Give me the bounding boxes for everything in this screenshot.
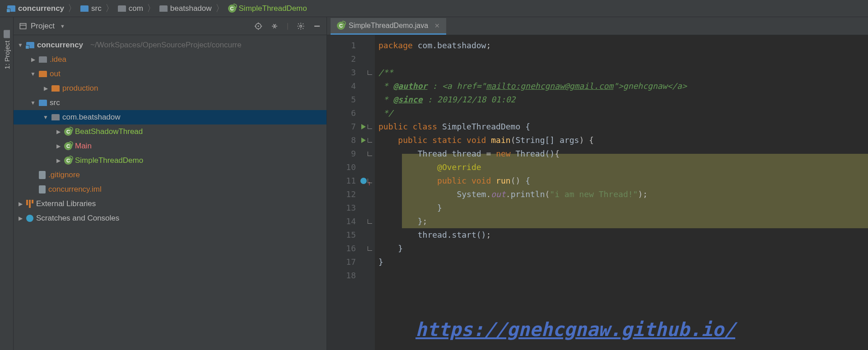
tree-row[interactable]: ▶CSimpleThreadDemo [14,153,327,168]
code-line[interactable]: }; [378,215,868,228]
code-line[interactable]: Thread thread = new Thread(){ [378,147,868,161]
tree-row[interactable]: ▶Scratches and Consoles [14,211,327,226]
tree-arrow-icon[interactable]: ▶ [55,129,61,135]
line-number[interactable]: 3 [327,66,367,79]
folder-gray-icon [118,5,126,12]
project-tool-tab[interactable]: 1: Project [1,26,12,74]
collapse-icon[interactable] [271,22,279,30]
code-line[interactable]: * @author : <a href="mailto:gnehcgnaw@gm… [378,79,868,93]
gear-icon[interactable] [297,22,305,30]
tree-row[interactable]: ▼src [14,96,327,110]
folder-blue-icon [80,5,89,12]
fold-icon[interactable] [368,219,372,224]
tree-arrow-icon[interactable]: ▶ [17,201,23,207]
editor-tabbar: C SimpleThreadDemo.java ✕ [327,17,868,35]
tree-arrow-icon[interactable]: ▶ [30,56,36,63]
line-number[interactable]: 15 [327,228,367,242]
line-number[interactable]: 12 [327,188,367,201]
fold-icon[interactable] [368,152,372,156]
code-line[interactable]: System.out.println("i am new Thread!"); [378,188,868,201]
editor-area: C SimpleThreadDemo.java ✕ 12345678910111… [327,17,868,350]
watermark-link[interactable]: https://gnehcgnaw.github.io/ [415,323,735,336]
line-number[interactable]: 18 [327,269,367,282]
tree-row[interactable]: ▶CMain [14,139,327,153]
tree-row[interactable]: ▼concurrency~/WorkSpaces/OpenSourceProje… [14,38,327,52]
project-panel-title[interactable]: Project ▼ [19,22,65,31]
breadcrumb-item[interactable]: com [118,4,143,13]
fold-icon[interactable] [368,246,372,251]
code-line[interactable]: package com.beatshadow; [378,39,868,52]
code-line[interactable]: */ [378,106,868,120]
close-icon[interactable]: ✕ [434,22,440,29]
left-tool-rail: 1: Project [0,17,14,350]
code-line[interactable]: } [378,242,868,255]
line-number[interactable]: 14 [327,215,367,228]
breadcrumb-item[interactable]: beatshadow [159,4,212,13]
tree-arrow-icon[interactable]: ▼ [42,114,49,120]
code-line[interactable] [378,269,868,282]
code-line[interactable]: thread.start(); [378,228,868,242]
fold-column[interactable] [367,35,375,350]
class-icon: C [64,157,72,165]
fold-icon[interactable] [368,124,372,129]
run-gutter-icon[interactable] [361,138,366,143]
code-line[interactable]: * @since : 2019/12/18 01:02 [378,93,868,106]
line-number[interactable]: 2 [327,52,367,66]
tree-arrow-icon[interactable] [30,172,36,178]
line-number[interactable]: 4 [327,79,367,93]
code-editor[interactable]: 123456789101112131415161718 https://gneh… [327,35,868,350]
breadcrumb-item[interactable]: CSimpleThreadDemo [228,4,307,13]
tree-arrow-icon[interactable]: ▶ [17,215,23,221]
code-line[interactable]: public void run() { [378,174,868,188]
tree-arrow-icon[interactable]: ▼ [30,100,36,106]
tree-row[interactable]: ▼out [14,67,327,81]
hide-icon[interactable] [313,22,321,30]
breadcrumb-item[interactable]: concurrency [7,4,64,13]
line-number[interactable]: 6 [327,106,367,120]
code-line[interactable]: @Override [378,161,868,174]
breadcrumb-item[interactable]: src [80,4,102,13]
project-panel: Project ▼ | ▼concurrency~/WorkSpaces/Ope… [14,17,327,350]
line-number[interactable]: 7 [327,120,367,134]
line-number[interactable]: 11 [327,174,367,188]
code-line[interactable]: /** [378,66,868,79]
tree-arrow-icon[interactable]: ▶ [55,143,61,149]
tree-row[interactable]: concurrency.iml [14,182,327,197]
tree-row[interactable]: ▶.idea [14,52,327,67]
line-number[interactable]: 1 [327,39,367,52]
tree-row[interactable]: ▶External Libraries [14,197,327,211]
run-gutter-icon[interactable] [361,124,366,129]
line-number[interactable]: 16 [327,242,367,255]
line-number[interactable]: 10 [327,161,367,174]
code-body[interactable]: https://gnehcgnaw.github.io/ package com… [375,35,868,350]
code-line[interactable]: public class SimpleThreadDemo { [378,120,868,134]
tree-row[interactable]: ▶production [14,81,327,96]
line-number[interactable]: 17 [327,255,367,269]
tree-arrow-icon[interactable]: ▶ [55,157,61,164]
fold-icon[interactable] [368,179,372,183]
override-gutter-icon[interactable] [360,178,367,184]
line-gutter[interactable]: 123456789101112131415161718 [327,35,367,350]
tree-arrow-icon[interactable]: ▼ [17,42,23,48]
tree-row[interactable]: .gitignore [14,168,327,182]
tree-arrow-icon[interactable] [30,186,36,193]
project-tree[interactable]: ▼concurrency~/WorkSpaces/OpenSourceProje… [14,35,327,350]
tree-arrow-icon[interactable]: ▶ [42,85,49,92]
line-number[interactable]: 9 [327,147,367,161]
code-line[interactable]: public static void main(String[] args) { [378,134,868,147]
target-icon[interactable] [254,22,262,30]
breadcrumb[interactable]: concurrency〉src〉com〉beatshadow〉CSimpleTh… [0,0,868,17]
line-number[interactable]: 5 [327,93,367,106]
tree-arrow-icon[interactable]: ▼ [30,71,36,77]
code-line[interactable]: } [378,201,868,215]
line-number[interactable]: 13 [327,201,367,215]
fold-icon[interactable] [368,138,372,143]
code-line[interactable] [378,52,868,66]
code-line[interactable]: } [378,255,868,269]
tree-row[interactable]: ▶CBeatShadowThread [14,124,327,139]
tab-simplethreaddemo[interactable]: C SimpleThreadDemo.java ✕ [331,18,446,35]
tree-row[interactable]: ▼com.beatshadow [14,110,327,124]
fold-icon[interactable] [368,70,372,75]
line-number[interactable]: 8 [327,134,367,147]
java-class-icon: C [337,22,345,30]
